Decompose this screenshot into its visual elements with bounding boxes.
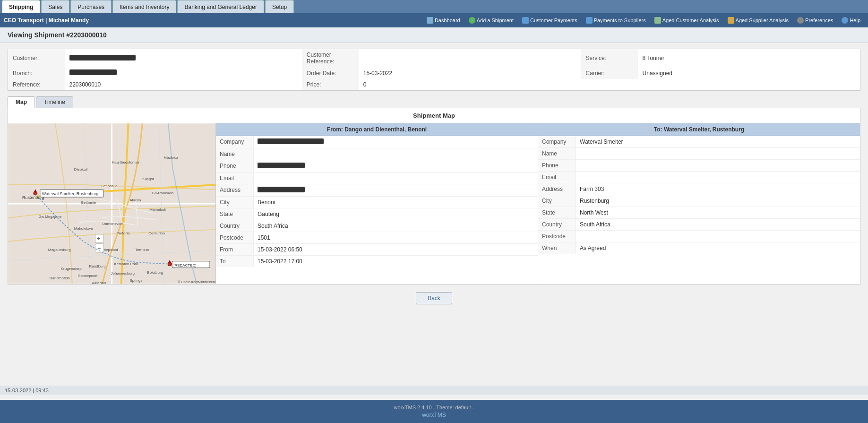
reference-label: Reference:	[8, 79, 65, 91]
svg-text:© OpenStreetMap: © OpenStreetMap	[178, 280, 204, 284]
to-country-value: South Africa	[576, 219, 860, 230]
to-city-label: City	[538, 195, 576, 207]
to-state-label: State	[538, 207, 576, 218]
service-value: 8 Tonner	[638, 49, 860, 68]
page-title-bar: Viewing Shipment #2203000010	[0, 27, 868, 43]
toolbar: Dashboard Add a Shipment Customer Paymen…	[423, 16, 864, 25]
to-company-label: Company	[538, 136, 576, 147]
customer-ref-label: Customer Reference:	[302, 49, 359, 68]
svg-text:contributors: contributors	[201, 280, 215, 284]
from-from-value: 15-03-2022 06:50	[254, 244, 538, 255]
service-label: Service:	[581, 49, 638, 68]
svg-text:Diepsloot: Diepsloot	[103, 248, 119, 252]
order-date-label: Order Date:	[302, 67, 359, 79]
view-tabs: Map Timeline	[8, 96, 860, 108]
nav-tab-banking[interactable]: Banking and General Ledger	[177, 0, 264, 13]
from-postcode-row: Postcode 1501	[216, 232, 538, 244]
svg-text:Pretoria: Pretoria	[116, 231, 129, 235]
svg-text:Mamelodi: Mamelodi	[149, 207, 166, 212]
from-company-redacted	[258, 138, 324, 144]
svg-text:Damonsville: Damonsville	[103, 222, 123, 226]
carrier-value: Unassigned	[638, 67, 860, 79]
to-column: Company Waterval Smelter Name Phone	[538, 136, 860, 284]
map-info-body: Company Name Phone	[216, 136, 860, 284]
svg-text:Krugersdorp: Krugersdorp	[61, 267, 82, 271]
carrier-label: Carrier:	[581, 67, 638, 79]
add-shipment-icon	[469, 17, 475, 24]
svg-text:Diepkuil: Diepkuil	[74, 167, 88, 172]
to-postcode-label: Postcode	[538, 231, 576, 242]
svg-text:Bethanie: Bethanie	[81, 200, 96, 205]
to-name-row: Name	[538, 148, 860, 160]
customer-redacted	[69, 55, 136, 60]
add-shipment-button[interactable]: Add a Shipment	[465, 16, 517, 25]
to-email-value	[576, 172, 860, 183]
svg-text:Akasia: Akasia	[129, 198, 141, 202]
from-from-label: From	[216, 244, 254, 255]
tab-timeline[interactable]: Timeline	[36, 96, 73, 108]
to-country-row: Country South Africa	[538, 219, 860, 231]
page-title: Viewing Shipment #2203000010	[8, 31, 107, 39]
map-info-panels: From: Dango and Dienenthal, Benoni To: W…	[216, 123, 860, 284]
from-email-row: Email	[216, 173, 538, 184]
from-email-value	[254, 173, 538, 184]
from-name-row: Name	[216, 148, 538, 160]
to-address-row: Address Farm 303	[538, 183, 860, 195]
from-column: Company Name Phone	[216, 136, 538, 284]
from-city-row: City Benoni	[216, 197, 538, 208]
svg-point-43	[168, 262, 172, 266]
customer-value	[65, 49, 302, 68]
shipment-info-table: Customer: Customer Reference: Service: 8…	[8, 49, 860, 91]
branch-label: Branch:	[8, 67, 65, 79]
from-phone-row: Phone	[216, 160, 538, 173]
to-name-value	[576, 148, 860, 159]
svg-text:Haartbeesfontein: Haartbeesfontein	[112, 160, 140, 164]
dashboard-icon	[427, 17, 433, 24]
svg-text:Klipgat: Klipgat	[142, 177, 154, 181]
preferences-button[interactable]: Preferences	[793, 16, 837, 25]
nav-tab-shipping[interactable]: Shipping	[2, 0, 40, 13]
table-row: Reference: 2203000010 Price: 0	[8, 79, 860, 91]
branch-redacted	[69, 69, 117, 75]
svg-text:Letlhabile: Letlhabile	[102, 184, 118, 188]
from-country-value: South Africa	[254, 220, 538, 232]
to-state-value: North West	[576, 207, 860, 218]
from-from-row: From 15-03-2022 06:50	[216, 244, 538, 256]
to-phone-value	[576, 160, 860, 171]
svg-text:Johannesburg: Johannesburg	[111, 271, 135, 276]
to-city-row: City Rustenburg	[538, 195, 860, 207]
from-postcode-label: Postcode	[216, 232, 254, 243]
company-label: CEO Transport | Michael Mandy	[4, 17, 89, 24]
price-label: Price:	[302, 79, 359, 91]
to-phone-label: Phone	[538, 160, 576, 171]
nav-tab-purchases[interactable]: Purchases	[70, 0, 112, 13]
aged-customer-button[interactable]: Aged Customer Analysis	[651, 16, 723, 25]
aged-supplier-button[interactable]: Aged Supplier Analysis	[724, 16, 793, 25]
svg-text:Waterval Smelter, Rustenburg: Waterval Smelter, Rustenburg	[42, 191, 98, 196]
back-button[interactable]: Back	[416, 292, 452, 304]
nav-tab-items[interactable]: Items and Inventory	[112, 0, 176, 13]
tab-map[interactable]: Map	[8, 96, 35, 108]
map-visual[interactable]: Rustenburg Diepkuil Haartbeesfontein Mbo…	[8, 123, 216, 284]
to-when-label: When	[538, 242, 576, 254]
preferences-icon	[797, 17, 804, 24]
svg-text:Randburg: Randburg	[89, 264, 106, 268]
from-city-value: Benoni	[254, 197, 538, 208]
map-section: Shipment Map	[8, 108, 860, 285]
dashboard-button[interactable]: Dashboard	[423, 16, 464, 25]
svg-text:Alberton: Alberton	[92, 281, 106, 284]
from-email-label: Email	[216, 173, 254, 184]
nav-tab-setup[interactable]: Setup	[265, 0, 294, 13]
customer-label: Customer:	[8, 49, 65, 68]
from-name-label: Name	[216, 148, 254, 160]
to-phone-row: Phone	[538, 160, 860, 172]
help-icon	[842, 17, 848, 24]
from-to-label: To	[216, 256, 254, 267]
customer-ref-value	[359, 49, 581, 68]
from-country-row: Country South Africa	[216, 220, 538, 232]
payments-suppliers-button[interactable]: Payments to Suppliers	[582, 16, 650, 25]
from-address-redacted	[258, 187, 305, 192]
help-button[interactable]: Help	[838, 16, 864, 25]
nav-tab-sales[interactable]: Sales	[41, 0, 69, 13]
customer-payments-button[interactable]: Customer Payments	[518, 16, 581, 25]
